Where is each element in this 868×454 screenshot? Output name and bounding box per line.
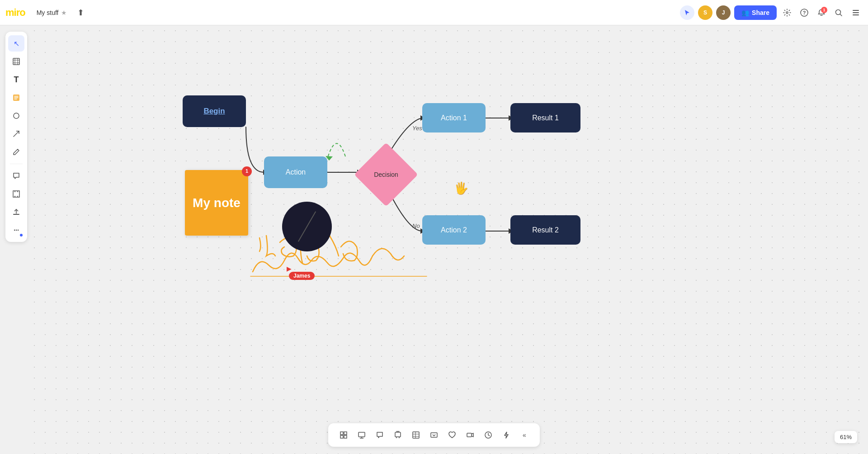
hand-cursor-indicator: 🖐 bbox=[454, 181, 468, 195]
result2-label: Result 2 bbox=[532, 226, 559, 234]
action2-node[interactable]: Action 2 bbox=[422, 215, 486, 245]
star-icon[interactable]: ★ bbox=[61, 9, 67, 16]
share-icon: 👥 bbox=[741, 9, 749, 16]
embed-btn[interactable] bbox=[426, 427, 442, 443]
settings-button[interactable] bbox=[780, 6, 794, 19]
svg-text:No: No bbox=[412, 222, 420, 229]
arrow-tool[interactable] bbox=[8, 126, 24, 142]
svg-rect-45 bbox=[395, 432, 401, 437]
svg-rect-41 bbox=[344, 435, 347, 438]
board-title[interactable]: My stuff ★ bbox=[33, 7, 71, 19]
begin-node[interactable]: Begin bbox=[183, 95, 246, 127]
header-right: S J 👥 Share ? 1 bbox=[680, 5, 863, 20]
svg-rect-24 bbox=[13, 214, 19, 215]
header: miro My stuff ★ ⬆ S J 👥 Share ? 1 bbox=[0, 0, 868, 25]
canvas: Yes No Begin Action Decision Action 1 Ac… bbox=[29, 25, 868, 454]
grid-bottom-btn[interactable] bbox=[335, 427, 352, 443]
zoom-indicator: 61% bbox=[835, 431, 857, 443]
video-btn[interactable] bbox=[462, 427, 478, 443]
miro-logo: miro bbox=[5, 7, 25, 19]
svg-text:Yes: Yes bbox=[412, 125, 422, 132]
circle-line bbox=[298, 211, 316, 242]
help-button[interactable]: ? bbox=[797, 6, 811, 19]
like-btn[interactable] bbox=[444, 427, 460, 443]
result1-label: Result 1 bbox=[532, 114, 559, 122]
notification-badge: 1 bbox=[821, 7, 827, 13]
action1-label: Action 1 bbox=[441, 114, 467, 122]
share-label: Share bbox=[752, 9, 769, 16]
begin-label: Begin bbox=[203, 107, 225, 116]
comment-bottom-btn[interactable] bbox=[372, 427, 388, 443]
svg-rect-54 bbox=[467, 433, 472, 437]
svg-rect-7 bbox=[853, 14, 859, 15]
black-circle[interactable] bbox=[282, 202, 332, 251]
toolbar-divider bbox=[10, 164, 23, 164]
avatar-s[interactable]: S bbox=[698, 5, 712, 20]
table-btn[interactable] bbox=[408, 427, 424, 443]
notifications-button[interactable]: 1 bbox=[815, 6, 828, 19]
svg-rect-19 bbox=[13, 191, 19, 197]
timer-btn[interactable] bbox=[390, 427, 406, 443]
cursor-user-label: James bbox=[289, 272, 315, 280]
svg-line-4 bbox=[840, 14, 842, 16]
svg-rect-8 bbox=[13, 58, 19, 65]
result2-node[interactable]: Result 2 bbox=[510, 215, 580, 245]
sticky-note[interactable]: My note 1 bbox=[185, 170, 248, 236]
cursor-mode-button[interactable] bbox=[680, 5, 694, 20]
bolt-btn[interactable] bbox=[498, 427, 514, 443]
svg-text:?: ? bbox=[803, 10, 806, 15]
upload-button[interactable]: ⬆ bbox=[75, 5, 87, 20]
comment-tool[interactable] bbox=[8, 168, 24, 184]
avatar-j[interactable]: J bbox=[716, 5, 731, 20]
board-title-text: My stuff bbox=[37, 9, 59, 16]
svg-rect-39 bbox=[344, 432, 347, 435]
more-tools[interactable]: ··· bbox=[8, 222, 24, 238]
svg-point-3 bbox=[836, 9, 841, 14]
svg-point-0 bbox=[786, 12, 788, 14]
svg-rect-49 bbox=[413, 432, 419, 438]
select-tool[interactable]: ↖ bbox=[8, 35, 24, 52]
zoom-level: 61% bbox=[840, 434, 852, 440]
present-btn[interactable] bbox=[354, 427, 370, 443]
search-button[interactable] bbox=[832, 6, 845, 19]
bottom-toolbar: « bbox=[328, 423, 540, 447]
sticky-text: My note bbox=[193, 195, 241, 211]
decision-diamond[interactable] bbox=[354, 142, 418, 206]
cursor-arrow: ▶ bbox=[287, 265, 292, 272]
decision-node[interactable]: Decision bbox=[359, 147, 413, 202]
svg-point-17 bbox=[14, 113, 19, 118]
svg-rect-40 bbox=[340, 435, 343, 438]
left-toolbar: ↖ T ··· bbox=[5, 32, 27, 242]
shapes-tool[interactable] bbox=[8, 108, 24, 124]
frames-tool[interactable] bbox=[8, 53, 24, 70]
frame-tool[interactable] bbox=[8, 186, 24, 202]
action2-label: Action 2 bbox=[441, 226, 467, 234]
action1-node[interactable]: Action 1 bbox=[422, 103, 486, 132]
sticky-tool[interactable] bbox=[8, 90, 24, 106]
sticky-badge: 1 bbox=[242, 166, 252, 176]
svg-rect-38 bbox=[340, 432, 343, 435]
clock-btn[interactable] bbox=[480, 427, 496, 443]
collapse-btn[interactable]: « bbox=[516, 427, 533, 443]
menu-button[interactable] bbox=[849, 6, 863, 19]
svg-rect-53 bbox=[431, 433, 437, 437]
upload-asset-tool[interactable] bbox=[8, 204, 24, 220]
action-label: Action bbox=[286, 168, 306, 176]
pencil-tool[interactable] bbox=[8, 144, 24, 160]
more-dot bbox=[20, 234, 23, 236]
svg-line-18 bbox=[14, 131, 19, 137]
svg-rect-6 bbox=[853, 12, 859, 13]
action-node[interactable]: Action bbox=[264, 156, 327, 188]
share-button[interactable]: 👥 Share bbox=[734, 5, 777, 20]
svg-rect-42 bbox=[359, 432, 365, 437]
result1-node[interactable]: Result 1 bbox=[510, 103, 580, 132]
svg-rect-5 bbox=[853, 10, 859, 11]
text-tool[interactable]: T bbox=[8, 71, 24, 88]
